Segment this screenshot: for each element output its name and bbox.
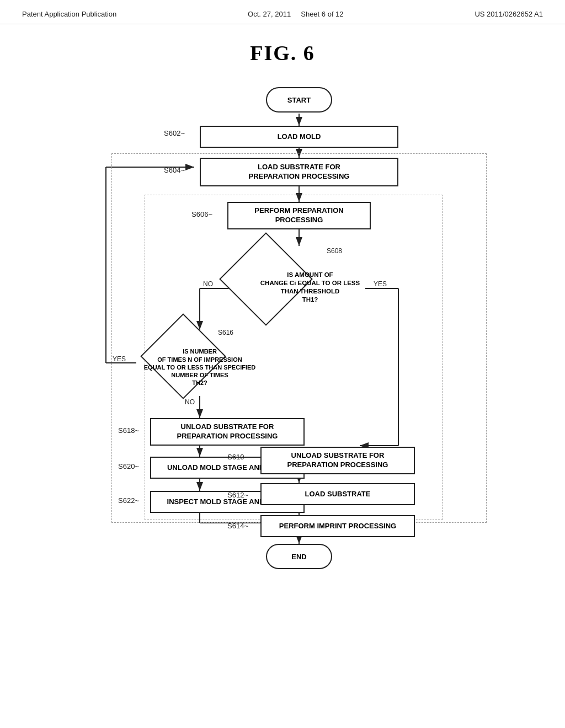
box-s614: PERFORM IMPRINT PROCESSING [260, 515, 415, 537]
diamond-s608-text: IS AMOUNT OF CHANGE Ci EQUAL TO OR LESS … [222, 246, 398, 329]
header-right: US 2011/0262652 A1 [475, 10, 543, 18]
box-s610: UNLOAD SUBSTRATE FOR PREPARATION PROCESS… [260, 447, 415, 474]
end-node: END [266, 544, 332, 569]
box-s612: LOAD SUBSTRATE [260, 483, 415, 505]
page-header: Patent Application Publication Oct. 27, … [0, 0, 565, 24]
figure-title: FIG. 6 [0, 41, 565, 65]
flowchart: START S602~ LOAD MOLD S604~ LOAD SUBSTRA… [34, 76, 531, 683]
header-sheet: Sheet 6 of 12 [301, 10, 343, 18]
box-s606: PERFORM PREPARATION PROCESSING [227, 202, 371, 229]
step-label-s604: S604~ [164, 166, 185, 174]
step-label-s622: S622~ [118, 496, 139, 505]
step-label-s618: S618~ [118, 426, 139, 435]
step-label-s614: S614~ [227, 522, 248, 530]
step-label-s606: S606~ [191, 210, 212, 218]
step-label-s602: S602~ [164, 129, 185, 137]
header-center: Oct. 27, 2011 Sheet 6 of 12 [248, 10, 343, 18]
header-date: Oct. 27, 2011 [248, 10, 291, 18]
header-left: Patent Application Publication [22, 10, 116, 18]
box-s618: UNLOAD SUBSTRATE FOR PREPARATION PROCESS… [150, 418, 305, 446]
start-node: START [266, 87, 332, 113]
step-label-s612: S612~ [227, 491, 248, 499]
box-s602: LOAD MOLD [200, 126, 398, 148]
box-s604: LOAD SUBSTRATE FOR PREPARATION PROCESSIN… [200, 158, 398, 186]
step-label-s610: S610~ [227, 453, 248, 461]
step-label-s620: S620~ [118, 462, 139, 470]
s608-no-label: NO [203, 280, 213, 288]
diamond-s616-text: IS NUMBER OF TIMES N OF IMPRESSION EQUAL… [117, 323, 282, 411]
